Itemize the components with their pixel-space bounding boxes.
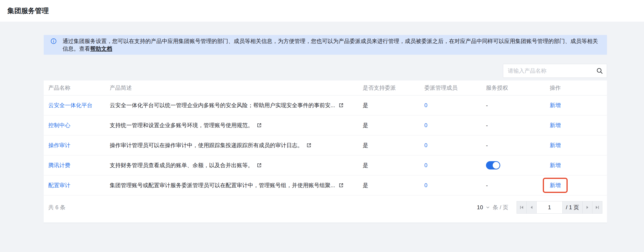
external-link-icon[interactable]	[338, 182, 344, 188]
page-total-label: / 1 页	[562, 201, 582, 214]
external-link-icon[interactable]	[306, 142, 312, 148]
prev-page-icon	[528, 204, 534, 210]
add-action-link[interactable]: 新增	[550, 142, 561, 148]
page-size-unit: 条 / 页	[493, 204, 508, 211]
page-size-value: 10	[477, 204, 483, 210]
product-description: 云安全一体化平台可以统一管理企业内多账号的安全风险；帮助用户实现安全事件的事前安…	[110, 102, 335, 109]
add-action-link[interactable]: 新增	[550, 162, 561, 168]
product-description: 集团管理账号或配置审计服务委派管理员可以在配置审计中，管理账号组，并使用账号组聚…	[110, 182, 335, 189]
highlight-box: 新增	[543, 178, 568, 193]
delegable-value: 是	[358, 142, 420, 149]
chevron-down-icon	[485, 205, 490, 210]
service-table-card: 产品名称 产品简述 是否支持委派 委派管理成员 服务授权 操作 云安全一体化平台…	[44, 80, 607, 223]
column-header-action: 操作	[545, 84, 607, 92]
service-auth-value: -	[482, 142, 545, 148]
product-search	[503, 64, 607, 78]
pagination: 10 条 / 页 / 1 页	[477, 201, 602, 214]
table-row: 腾讯计费 支持财务管理员查看成员的账单、余额，以及合并出账等。 是 0 新增	[44, 156, 607, 176]
toggle-knob	[493, 162, 500, 169]
column-header-delegable: 是否支持委派	[358, 84, 420, 92]
delegable-value: 是	[358, 102, 420, 109]
prev-page-button[interactable]	[526, 201, 536, 214]
external-link-icon[interactable]	[256, 122, 262, 128]
product-name-link[interactable]: 操作审计	[48, 142, 70, 148]
table-header-row: 产品名称 产品简述 是否支持委派 委派管理成员 服务授权 操作	[44, 80, 607, 96]
info-banner: 通过集团服务设置，您可以在支持的产品中应用集团账号管理的部门、成员等相关信息，为…	[44, 35, 607, 55]
column-header-description: 产品简述	[105, 84, 358, 92]
product-description: 支持财务管理员查看成员的账单、余额，以及合并出账等。	[110, 162, 253, 169]
table-row: 云安全一体化平台 云安全一体化平台可以统一管理企业内多账号的安全风险；帮助用户实…	[44, 96, 607, 116]
delegable-value: 是	[358, 162, 420, 169]
product-name-link[interactable]: 控制中心	[48, 122, 70, 128]
banner-text: 通过集团服务设置，您可以在支持的产品中应用集团账号管理的部门、成员等相关信息，为…	[62, 37, 598, 52]
product-description: 操作审计管理员可以在操作审计中，使用跟踪集投递跟踪所有成员的审计日志。	[110, 142, 303, 149]
banner-message: 通过集团服务设置，您可以在支持的产品中应用集团账号管理的部门、成员等相关信息，为…	[62, 38, 598, 52]
search-input[interactable]	[503, 64, 607, 78]
table-footer: 共 6 条 10 条 / 页 / 1 页	[44, 196, 607, 222]
product-name-link[interactable]: 配置审计	[48, 182, 70, 188]
next-page-icon	[584, 204, 590, 210]
top-bar: 集团服务管理	[0, 0, 644, 22]
delegable-value: 是	[358, 182, 420, 189]
product-description: 支持统一管理和设置企业多账号环境，管理账号使用规范。	[110, 122, 253, 129]
table-row: 控制中心 支持统一管理和设置企业多账号环境，管理账号使用规范。 是 0 - 新增	[44, 116, 607, 136]
delegated-members-link[interactable]: 0	[424, 162, 427, 168]
info-icon	[50, 38, 56, 44]
total-count: 共 6 条	[48, 204, 66, 211]
table-row: 操作审计 操作审计管理员可以在操作审计中，使用跟踪集投递跟踪所有成员的审计日志。…	[44, 136, 607, 156]
add-action-link[interactable]: 新增	[550, 122, 561, 128]
delegated-members-link[interactable]: 0	[424, 122, 427, 128]
first-page-icon	[519, 204, 525, 210]
table-row: 配置审计 集团管理账号或配置审计服务委派管理员可以在配置审计中，管理账号组，并使…	[44, 176, 607, 196]
external-link-icon[interactable]	[338, 102, 344, 108]
add-action-link[interactable]: 新增	[550, 182, 561, 189]
product-name-link[interactable]: 腾讯计费	[48, 162, 70, 168]
next-page-button[interactable]	[582, 201, 592, 214]
delegated-members-link[interactable]: 0	[424, 182, 427, 188]
delegated-members-link[interactable]: 0	[424, 142, 427, 148]
help-doc-link[interactable]: 帮助文档	[90, 46, 112, 52]
page-size-select[interactable]: 10 条 / 页	[477, 204, 508, 211]
external-link-icon[interactable]	[256, 162, 262, 168]
last-page-bar	[594, 204, 600, 210]
add-action-link[interactable]: 新增	[550, 102, 561, 108]
column-header-name: 产品名称	[44, 84, 105, 92]
delegable-value: 是	[358, 122, 420, 129]
pager: / 1 页	[516, 201, 602, 214]
service-auth-value: -	[482, 102, 545, 108]
service-auth-value: -	[482, 122, 545, 128]
page-number-input[interactable]	[536, 201, 562, 214]
column-header-auth: 服务授权	[482, 84, 545, 92]
search-icon[interactable]	[596, 67, 603, 74]
first-page-button[interactable]	[516, 201, 527, 214]
page-title: 集团服务管理	[7, 6, 49, 16]
column-header-members: 委派管理成员	[420, 84, 482, 92]
delegated-members-link[interactable]: 0	[424, 102, 427, 108]
last-page-button[interactable]	[592, 201, 602, 214]
service-auth-toggle[interactable]	[486, 161, 500, 170]
service-auth-value: -	[482, 182, 545, 188]
product-name-link[interactable]: 云安全一体化平台	[48, 102, 92, 108]
content-area: 通过集团服务设置，您可以在支持的产品中应用集团账号管理的部门、成员等相关信息，为…	[0, 22, 644, 252]
